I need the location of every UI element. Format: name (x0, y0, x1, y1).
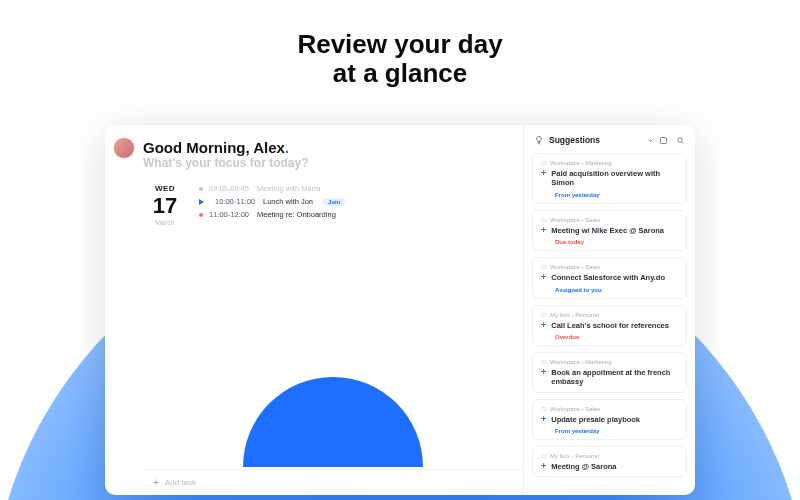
card-meta: From yesterday (555, 192, 678, 198)
agenda-title: Lunch with Jon (263, 197, 313, 206)
folder-icon (541, 160, 547, 166)
card-title: Meeting @ Sarona (551, 462, 616, 471)
suggestions-header: Suggestions (524, 125, 695, 153)
bullet-icon (199, 213, 203, 217)
card-title: Paid acquisition overview with Simon (551, 169, 678, 188)
agenda-time: 11:00-12:00 (209, 210, 251, 219)
hero-semicircle (243, 377, 423, 467)
card-title: Update presale playbook (551, 415, 640, 424)
suggestion-card[interactable]: Workspace › Sales+Connect Salesforce wit… (532, 257, 687, 298)
svg-rect-6 (542, 360, 546, 363)
suggestions-label[interactable]: Suggestions (549, 135, 642, 145)
svg-point-1 (678, 137, 683, 142)
folder-icon (541, 312, 547, 318)
add-suggestion-icon[interactable]: + (541, 415, 546, 424)
card-breadcrumb: Workspace › Marketing (541, 359, 678, 365)
suggestion-card[interactable]: Workspace › Marketing+Paid acquisition o… (532, 153, 687, 204)
greeting-text: Good Morning, Alex (143, 139, 285, 156)
card-meta: Overdue (555, 334, 678, 340)
marketing-line1: Review your day (0, 30, 800, 59)
svg-rect-5 (542, 313, 546, 316)
greeting-title: Good Morning, Alex. (143, 139, 509, 156)
plus-icon: + (153, 477, 159, 488)
add-suggestion-icon[interactable]: + (541, 321, 546, 330)
month-label: March (143, 219, 187, 226)
suggestions-panel: Suggestions Workspace › Marketing+Paid a… (523, 125, 695, 495)
add-task-input[interactable]: + Add task (143, 469, 523, 495)
agenda-time: 09:00-09:45 (209, 184, 251, 193)
add-task-placeholder: Add task (165, 478, 196, 487)
suggestions-list: Workspace › Marketing+Paid acquisition o… (524, 153, 695, 495)
card-breadcrumb: My lists › Personal (541, 453, 678, 459)
agenda-list: 09:00-09:45Meeting with Marta10:00-11:00… (199, 184, 509, 226)
avatar[interactable] (113, 137, 135, 159)
greeting-dot: . (285, 139, 289, 156)
chevron-down-icon[interactable] (647, 137, 654, 144)
svg-rect-7 (542, 407, 546, 410)
card-breadcrumb: My lists › Personal (541, 312, 678, 318)
add-suggestion-icon[interactable]: + (541, 273, 546, 282)
suggestions-header-actions (659, 136, 685, 145)
search-icon[interactable] (676, 136, 685, 145)
card-title: Connect Salesforce with Any.do (551, 273, 665, 282)
add-suggestion-icon[interactable]: + (541, 169, 546, 178)
card-meta: Assigned to you (555, 287, 678, 293)
suggestion-card[interactable]: Workspace › Sales+Update presale playboo… (532, 399, 687, 440)
app-window: Good Morning, Alex. What's your focus fo… (105, 125, 695, 495)
card-breadcrumb: Workspace › Sales (541, 264, 678, 270)
add-suggestion-icon[interactable]: + (541, 226, 546, 235)
card-breadcrumb: Workspace › Sales (541, 217, 678, 223)
suggestion-card[interactable]: My lists › Personal+Call Leah's school f… (532, 305, 687, 346)
marketing-heading: Review your day at a glance (0, 0, 800, 87)
agenda-title: Meeting with Marta (257, 184, 320, 193)
day-of-week: WED (143, 184, 187, 193)
agenda-title: Meeting re: Onboarding (257, 210, 336, 219)
folder-icon (541, 264, 547, 270)
svg-rect-4 (542, 266, 546, 269)
card-breadcrumb: Workspace › Marketing (541, 160, 678, 166)
card-meta: Due today (555, 239, 678, 245)
card-meta: From yesterday (555, 428, 678, 434)
agenda-time: 10:00-11:00 (215, 197, 257, 206)
suggestion-card[interactable]: My lists › Personal+Meeting @ Sarona (532, 446, 687, 477)
day-block: WED 17 March 09:00-09:45Meeting with Mar… (143, 184, 509, 226)
left-rail (105, 125, 143, 495)
greeting-subtitle: What's your focus for today? (143, 156, 509, 170)
marketing-line2: at a glance (0, 59, 800, 88)
main-panel: Good Morning, Alex. What's your focus fo… (143, 125, 523, 495)
layout-icon[interactable] (659, 136, 668, 145)
svg-rect-8 (542, 455, 546, 458)
suggestion-card[interactable]: Workspace › Marketing+Book an appoitment… (532, 352, 687, 393)
suggestion-card[interactable]: Workspace › Sales+Meeting w/ Nike Exec @… (532, 210, 687, 251)
join-pill[interactable]: Join (323, 198, 345, 206)
agenda-row[interactable]: 11:00-12:00Meeting re: Onboarding (199, 210, 509, 219)
day-number: 17 (143, 195, 187, 217)
svg-rect-2 (542, 162, 546, 165)
add-suggestion-icon[interactable]: + (541, 368, 546, 377)
lightbulb-icon (534, 135, 544, 145)
folder-icon (541, 453, 547, 459)
add-suggestion-icon[interactable]: + (541, 462, 546, 471)
card-title: Book an appoitment at the french embassy (551, 368, 678, 387)
card-title: Meeting w/ Nike Exec @ Sarona (551, 226, 664, 235)
folder-icon (541, 406, 547, 412)
folder-icon (541, 217, 547, 223)
current-indicator-icon (199, 199, 209, 205)
folder-icon (541, 359, 547, 365)
bullet-icon (199, 187, 203, 191)
date-column: WED 17 March (143, 184, 187, 226)
agenda-row[interactable]: 10:00-11:00Lunch with JonJoin (199, 197, 509, 206)
card-title: Call Leah's school for references (551, 321, 669, 330)
card-breadcrumb: Workspace › Sales (541, 406, 678, 412)
svg-rect-3 (542, 218, 546, 221)
svg-rect-0 (661, 137, 667, 143)
agenda-row[interactable]: 09:00-09:45Meeting with Marta (199, 184, 509, 193)
